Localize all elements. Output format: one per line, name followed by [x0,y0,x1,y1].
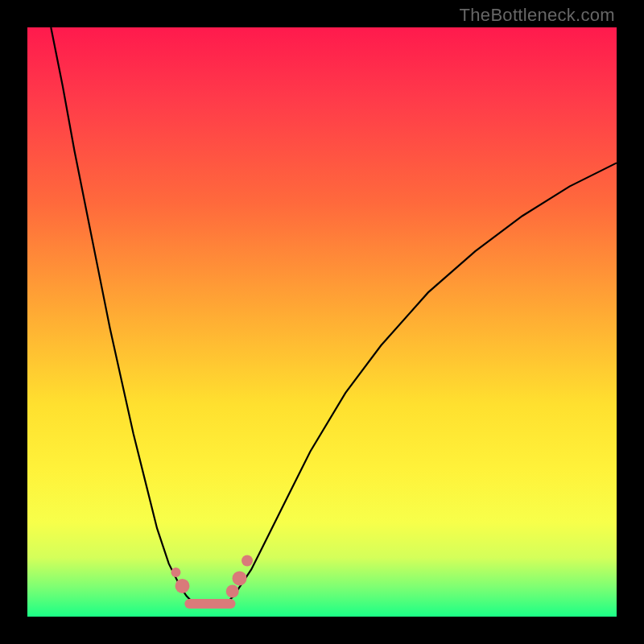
watermark-text: TheBottleneck.com [460,5,615,26]
series-right-branch [228,163,617,601]
marker-dot [226,585,239,598]
plot-area [27,27,617,617]
marker-dot [233,571,247,585]
marker-dot [171,568,180,577]
series-left-branch [51,27,192,602]
curves-svg [27,27,617,617]
chart-frame: TheBottleneck.com [0,0,644,644]
marker-dot [175,579,190,593]
marker-dot [242,555,253,566]
